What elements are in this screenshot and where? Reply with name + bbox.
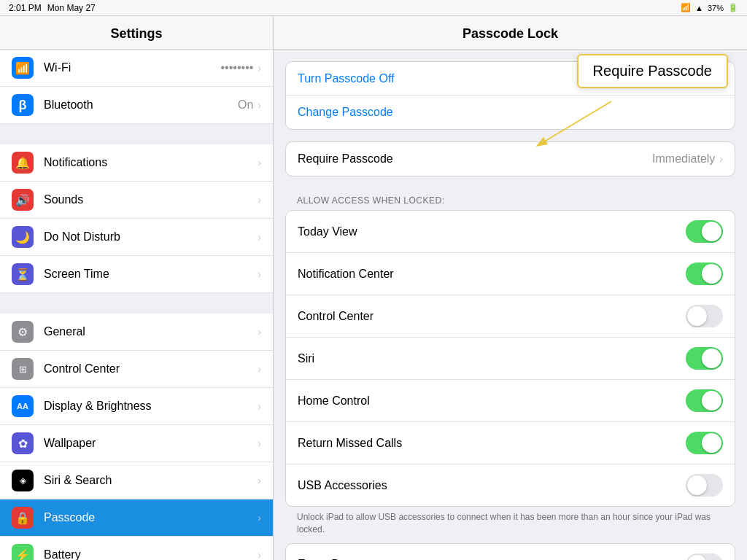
sidebar-label-notifications: Notifications [44,156,258,169]
sidebar-label-wallpaper: Wallpaper [44,437,258,450]
usb-accessories-toggle[interactable] [686,474,723,497]
control-center-label: Control Center [298,310,686,323]
wifi-icon: 📶 [12,57,34,79]
change-passcode-row[interactable]: Change Passcode [286,96,735,129]
require-passcode-label: Require Passcode [298,152,652,166]
donotdisturb-icon: 🌙 [12,226,34,248]
sidebar-item-siri[interactable]: ◈ Siri & Search › [0,462,273,499]
control-center-toggle[interactable] [686,305,723,327]
sidebar-item-sounds[interactable]: 🔊 Sounds › [0,182,273,219]
siri-toggle[interactable] [686,347,723,370]
return-missed-calls-toggle[interactable] [686,432,723,454]
siri-row: Siri [286,338,735,380]
erase-data-toggle[interactable] [686,553,723,560]
require-passcode-row[interactable]: Require Passcode Immediately › [286,142,735,176]
require-passcode-value: Immediately [652,152,715,166]
erase-data-group: Erase Data [285,543,735,560]
chevron-icon: › [258,438,261,449]
toggle-thumb [702,433,721,453]
usb-accessories-label: USB Accessories [298,479,686,492]
sounds-icon: 🔊 [12,189,34,211]
notifications-icon: 🔔 [12,152,34,174]
sidebar-item-wallpaper[interactable]: ✿ Wallpaper › [0,425,273,462]
today-view-row: Today View [286,211,735,253]
sidebar-value-bluetooth: On [238,98,253,112]
sidebar-label-general: General [44,325,258,338]
passcode-icon: 🔒 [12,507,34,529]
sidebar-item-donotdisturb[interactable]: 🌙 Do Not Disturb › [0,219,273,256]
sidebar-item-controlcenter[interactable]: ⊞ Control Center › [0,351,273,388]
chevron-icon: › [258,363,261,375]
chevron-icon: › [258,400,261,412]
toggle-thumb [702,349,721,368]
toggle-thumb [687,475,707,495]
status-bar: 2:01 PM Mon May 27 📶 ▲ 37% 🔋 [0,0,747,16]
erase-data-section: Erase Data Erase all data on this iPad a… [285,543,735,560]
erase-data-row: Erase Data [286,544,735,560]
sidebar-label-controlcenter: Control Center [44,362,258,376]
section-gap [0,124,273,144]
content-panel: Passcode Lock Turn Passcode Off Change P… [274,16,747,560]
status-date: Mon May 27 [47,3,96,13]
return-missed-calls-label: Return Missed Calls [298,437,686,450]
toggle-thumb [702,391,721,411]
sidebar-label-screentime: Screen Time [44,268,258,281]
sidebar-item-display[interactable]: AA Display & Brightness › [0,388,273,425]
home-control-toggle[interactable] [686,389,723,412]
today-view-toggle[interactable] [686,220,723,243]
toggle-thumb [687,306,707,326]
battery-icon: 🔋 [728,3,738,12]
signal-icon: ▲ [695,4,703,12]
sidebar-item-notifications[interactable]: 🔔 Notifications › [0,144,273,182]
turn-passcode-off-label[interactable]: Turn Passcode Off [298,72,395,85]
sidebar-item-wifi[interactable]: 📶 Wi-Fi •••••••• › [0,50,273,87]
chevron-icon: › [258,194,261,206]
notification-center-toggle[interactable] [686,262,723,285]
chevron-icon: › [258,326,261,338]
require-passcode-section: Require Passcode Immediately › [285,141,735,176]
toggle-thumb [687,555,707,560]
bluetooth-icon: β [12,94,34,116]
callout-box: Require Passcode [577,54,728,88]
actions-section: Turn Passcode Off Change Passcode Requir… [285,61,735,130]
usb-description: Unlock iPad to allow USB accessories to … [285,507,735,543]
sidebar-label-siri: Siri & Search [44,474,258,487]
sidebar-item-general[interactable]: ⚙ General › [0,314,273,351]
chevron-icon: › [258,475,261,486]
battery-level: 37% [708,4,724,12]
general-icon: ⚙ [12,321,34,343]
home-control-row: Home Control [286,380,735,422]
display-icon: AA [12,395,34,417]
return-missed-calls-row: Return Missed Calls [286,422,735,464]
controlcenter-icon: ⊞ [12,358,34,380]
battery-icon: ⚡ [12,544,34,560]
sidebar-item-bluetooth[interactable]: β Bluetooth On › [0,87,273,124]
chevron-icon: › [719,153,723,165]
require-passcode-group: Require Passcode Immediately › [285,141,735,176]
home-control-label: Home Control [298,394,686,408]
chevron-icon: › [258,99,261,111]
main-container: Settings 📶 Wi-Fi •••••••• › β Bluetooth … [0,16,747,560]
chevron-icon: › [258,512,261,524]
sidebar-label-bluetooth: Bluetooth [44,98,238,112]
sidebar-item-battery[interactable]: ⚡ Battery › [0,537,273,560]
sidebar-item-screentime[interactable]: ⏳ Screen Time › [0,256,273,293]
sidebar-label-wifi: Wi-Fi [44,61,221,74]
sidebar-label-battery: Battery [44,548,258,560]
sidebar-label-donotdisturb: Do Not Disturb [44,230,258,244]
toggle-thumb [702,222,721,241]
control-center-row: Control Center [286,295,735,338]
wifi-icon: 📶 [681,3,691,12]
section-gap [0,293,273,314]
siri-icon: ◈ [12,470,34,491]
usb-accessories-row: USB Accessories [286,464,735,506]
change-passcode-label[interactable]: Change Passcode [298,106,393,119]
sidebar-item-passcode[interactable]: 🔒 Passcode › [0,499,273,537]
sidebar-label-sounds: Sounds [44,193,258,206]
sidebar-label-display: Display & Brightness [44,400,258,413]
sidebar: Settings 📶 Wi-Fi •••••••• › β Bluetooth … [0,16,274,560]
sidebar-title: Settings [0,16,273,50]
status-bar-right: 📶 ▲ 37% 🔋 [681,3,738,12]
content-title: Passcode Lock [274,16,747,50]
access-group: Today View Notification Center Control C… [285,210,735,507]
